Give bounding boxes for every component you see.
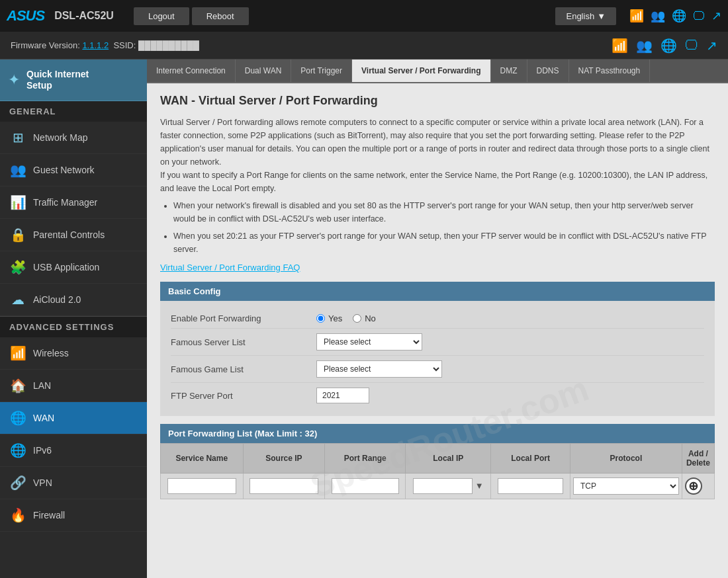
local-ip-input[interactable]: [413, 478, 473, 494]
traffic-manager-label: Traffic Manager: [33, 197, 97, 208]
advanced-settings-label: Advanced Settings: [0, 316, 147, 337]
tab-dmz[interactable]: DMZ: [491, 60, 527, 82]
col-protocol: Protocol: [570, 444, 682, 474]
radio-yes[interactable]: [316, 314, 325, 323]
ftp-server-port-value: 2021: [316, 388, 369, 403]
page-body: WAN - Virtual Server / Port Forwarding V…: [147, 83, 728, 510]
description-main: Virtual Server / Port forwarding allows …: [160, 116, 715, 256]
port-range-input[interactable]: [332, 478, 399, 494]
radio-no-label[interactable]: No: [353, 313, 376, 323]
sidebar-item-traffic-manager[interactable]: 📊 Traffic Manager: [0, 186, 147, 219]
col-add-delete: Add /Delete: [682, 444, 714, 474]
famous-game-select[interactable]: Please select: [316, 360, 442, 378]
wan-label: WAN: [33, 413, 54, 423]
globe-icon: 🌐: [672, 9, 686, 23]
sidebar-item-firewall[interactable]: 🔥 Firewall: [0, 499, 147, 532]
wan-icon: 🌐: [9, 410, 26, 426]
tab-dual-wan[interactable]: Dual WAN: [236, 60, 292, 82]
enable-port-forwarding-value: Yes No: [316, 313, 376, 323]
tab-ddns[interactable]: DDNS: [527, 60, 569, 82]
ipv6-label: IPv6: [33, 445, 52, 456]
wireless-icon: 📶: [9, 345, 26, 361]
aicloud-label: AiCloud 2.0: [33, 294, 81, 305]
chevron-down-icon: ▼: [597, 11, 606, 21]
sidebar-item-lan[interactable]: 🏠 LAN: [0, 370, 147, 402]
parental-controls-label: Parental Controls: [33, 229, 105, 240]
table-row: ▼ TCP UDP BOTH ⊕: [161, 474, 715, 499]
main-layout: ✦ Quick Internet Setup General ⊞ Network…: [0, 60, 728, 578]
port-forwarding-list-section: Port Forwarding List (Max Limit : 32) Se…: [160, 424, 715, 499]
lan-icon: 🏠: [9, 378, 26, 393]
wifi-icon: 📶: [629, 9, 644, 23]
header: ASUS DSL-AC52U Logout Reboot English ▼ 📶…: [0, 0, 728, 32]
col-port-range: Port Range: [325, 444, 406, 474]
col-source-ip: Source IP: [243, 444, 325, 474]
display-icon: 🖵: [685, 38, 698, 53]
usb-application-label: USB Application: [33, 262, 99, 272]
parental-controls-icon: 🔒: [9, 227, 26, 243]
tab-nat-passthrough[interactable]: NAT Passthrough: [569, 60, 651, 82]
enable-port-forwarding-row: Enable Port Forwarding Yes No: [171, 309, 704, 329]
tab-internet-connection[interactable]: Internet Connection: [147, 60, 236, 82]
sidebar-item-vpn[interactable]: 🔗 VPN: [0, 467, 147, 499]
firmware-version-link[interactable]: 1.1.1.2: [82, 40, 109, 50]
famous-server-select[interactable]: Please select: [316, 333, 422, 351]
radio-no[interactable]: [353, 314, 361, 323]
sidebar-item-network-map[interactable]: ⊞ Network Map: [0, 122, 147, 154]
radio-yes-label[interactable]: Yes: [316, 313, 342, 323]
add-button[interactable]: ⊕: [685, 477, 702, 495]
faq-link[interactable]: Virtual Server / Port Forwarding FAQ: [160, 263, 715, 272]
firmware-bar: Firmware Version: 1.1.1.2 SSID: ████████…: [0, 32, 728, 60]
aicloud-icon: ☁: [9, 292, 26, 308]
traffic-manager-icon: 📊: [9, 194, 26, 210]
firewall-label: Firewall: [33, 510, 65, 520]
ftp-server-port-input[interactable]: 2021: [316, 388, 369, 403]
col-local-port: Local Port: [491, 444, 570, 474]
sidebar-item-guest-network[interactable]: 👥 Guest Network: [0, 154, 147, 186]
wifi-status-icon: 📶: [612, 38, 628, 54]
source-ip-input[interactable]: [250, 478, 318, 494]
network-map-icon: ⊞: [9, 130, 26, 145]
local-port-input[interactable]: [498, 478, 564, 494]
content-area: Internet Connection Dual WAN Port Trigge…: [147, 60, 728, 578]
col-service-name: Service Name: [161, 444, 244, 474]
sidebar-item-aicloud[interactable]: ☁ AiCloud 2.0: [0, 284, 147, 316]
sidebar-item-wan[interactable]: 🌐 WAN: [0, 402, 147, 434]
language-button[interactable]: English ▼: [555, 7, 616, 25]
protocol-select[interactable]: TCP UDP BOTH: [573, 477, 679, 495]
guest-network-label: Guest Network: [33, 165, 95, 175]
local-ip-dropdown-icon[interactable]: ▼: [475, 481, 484, 491]
tab-port-trigger[interactable]: Port Trigger: [291, 60, 352, 82]
ftp-server-port-row: FTP Server Port 2021: [171, 383, 704, 408]
tab-virtual-server[interactable]: Virtual Server / Port Forwarding: [352, 60, 491, 82]
model-name: DSL-AC52U: [54, 10, 114, 22]
bullet-2: When you set 20:21 as your FTP server's …: [173, 229, 715, 256]
general-section-label: General: [0, 101, 147, 122]
ftp-server-port-label: FTP Server Port: [171, 391, 316, 401]
sidebar-item-wireless[interactable]: 📶 Wireless: [0, 337, 147, 370]
vpn-label: VPN: [33, 477, 52, 488]
share-icon: ↗: [711, 9, 721, 23]
famous-game-value: Please select: [316, 360, 442, 378]
status-icons: 📶 👥 🌐 🖵 ↗: [629, 9, 721, 23]
quick-internet-setup[interactable]: ✦ Quick Internet Setup: [0, 60, 147, 101]
ssid-value: ██████████: [138, 40, 199, 50]
famous-game-label: Famous Game List: [171, 364, 316, 374]
sidebar: ✦ Quick Internet Setup General ⊞ Network…: [0, 60, 147, 578]
logout-button[interactable]: Logout: [134, 7, 189, 25]
sidebar-item-parental-controls[interactable]: 🔒 Parental Controls: [0, 219, 147, 251]
col-local-ip: Local IP: [406, 444, 491, 474]
guest-network-icon: 👥: [9, 162, 26, 178]
famous-server-value: Please select: [316, 333, 422, 351]
basic-config-header: Basic Config: [160, 282, 715, 301]
sidebar-item-usb-application[interactable]: 🧩 USB Application: [0, 251, 147, 284]
famous-game-row: Famous Game List Please select: [171, 356, 704, 383]
page-title: WAN - Virtual Server / Port Forwarding: [160, 94, 715, 108]
ipv6-icon: 🌐: [9, 442, 26, 458]
sidebar-item-ipv6[interactable]: 🌐 IPv6: [0, 434, 147, 467]
asus-logo: ASUS: [7, 7, 44, 24]
share-status-icon: ↗: [706, 38, 717, 54]
port-forwarding-list-header: Port Forwarding List (Max Limit : 32): [160, 424, 715, 443]
reboot-button[interactable]: Reboot: [192, 7, 249, 25]
service-name-input[interactable]: [167, 478, 236, 494]
